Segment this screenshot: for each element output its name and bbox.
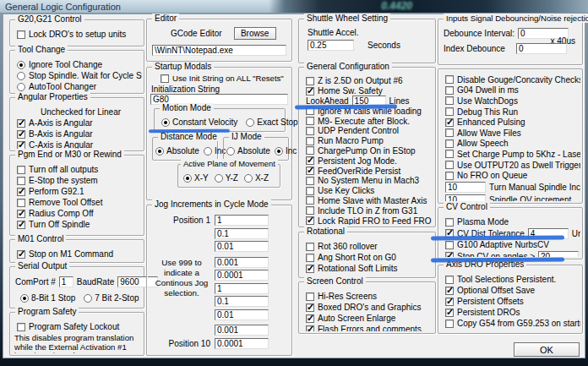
checkbox-tool-selections-persistent[interactable]: Tool Selections Persistent. bbox=[440, 274, 580, 285]
checkbox-radius-comp-off[interactable]: Radius Comp Off bbox=[12, 208, 142, 219]
checkbox-z-is-2-5d-on-output-6[interactable]: Z is 2.5D on Output #6 bbox=[301, 76, 433, 86]
checkbox-set-charge-pump-to-5khz-laser-stndby[interactable]: Set Charge Pump to 5Khz - Laser Stndby bbox=[440, 149, 580, 160]
checkbox-allow-speech[interactable]: Allow Speech bbox=[440, 139, 580, 150]
jog-increment-input-4[interactable] bbox=[215, 257, 269, 268]
jog-increment-input-8[interactable] bbox=[215, 309, 269, 320]
checkbox-use-watchdogs[interactable]: Use WatchDogs bbox=[440, 96, 580, 107]
label: Debug This Run bbox=[457, 107, 518, 117]
jog-increment-input-10[interactable] bbox=[215, 338, 269, 349]
radio-y-z[interactable]: Y-Z bbox=[215, 173, 238, 183]
radio-constant-velocity[interactable]: Constant Velocity bbox=[161, 117, 237, 127]
gcode-editor-path-input[interactable] bbox=[152, 45, 286, 56]
checkbox-perform-g92-1[interactable]: Perform G92.1 bbox=[12, 186, 142, 197]
group-title: Tool Change bbox=[15, 45, 68, 54]
radio-x-z[interactable]: X-Z bbox=[244, 173, 269, 183]
checkbox-persistent-jog-mode[interactable]: Persistent Jog Mode. bbox=[301, 156, 433, 166]
checkbox-g04-dwell-in-ms[interactable]: G04 Dwell in ms bbox=[440, 85, 580, 96]
jog-increment-input-2[interactable] bbox=[215, 228, 269, 239]
checkbox-lock-rapid-fro-to-feed-fro[interactable]: Lock Rapid FRO to Feed FRO bbox=[301, 216, 433, 225]
checkbox-chargepump-on-in-estop[interactable]: ChargePump On in EStop bbox=[301, 146, 433, 156]
input-stop-cv-on-angles[interactable] bbox=[538, 251, 579, 258]
jog-increment-input-9[interactable] bbox=[215, 325, 269, 336]
radio-inc[interactable]: Inc bbox=[275, 146, 297, 156]
shuttle-accel-input[interactable] bbox=[308, 40, 354, 51]
checkbox-optional-offset-save[interactable]: Optional Offset Save bbox=[440, 285, 580, 296]
checkbox-turn-off-spindle[interactable]: Turn Off Spindle bbox=[12, 219, 142, 230]
jog-increment-input-7[interactable] bbox=[215, 296, 269, 307]
checkbox-box bbox=[306, 167, 314, 175]
jog-increment-input-5[interactable] bbox=[215, 270, 269, 281]
checkbox-home-slave-with-master-axis[interactable]: Home Slave with Master Axis bbox=[301, 196, 433, 206]
checkbox-g100-adaptive-nurbscv[interactable]: G100 Adaptive NurbsCV bbox=[440, 239, 580, 250]
checkbox-turn-off-all-outputs[interactable]: Turn off all outputs bbox=[12, 164, 142, 175]
radio-stop-spindle-wait-for-cycle-start[interactable]: Stop Spindle. Wait for Cycle Start. bbox=[12, 70, 142, 81]
radio-autotool-changer[interactable]: AutoTool Changer bbox=[12, 81, 142, 91]
checkbox-hi-res-screens[interactable]: Hi-Res Screens bbox=[301, 291, 433, 302]
checkbox-enhanced-pulsing[interactable]: Enhanced Pulsing bbox=[440, 117, 580, 128]
checkbox-boxed-dro-s-and-graphics[interactable]: Boxed DRO's and Graphics bbox=[301, 302, 433, 313]
label: Lock Rapid FRO to Feed FRO bbox=[318, 216, 432, 225]
checkbox-box bbox=[445, 172, 454, 180]
radio-absolute[interactable]: Absolute bbox=[226, 146, 270, 156]
radio-exact-stop[interactable]: Exact Stop bbox=[246, 117, 297, 127]
checkbox-debug-this-run[interactable]: Debug This Run bbox=[440, 107, 580, 117]
radio-dot bbox=[204, 147, 212, 156]
jog-increment-input-1[interactable] bbox=[215, 215, 269, 226]
label: Home Slave with Master Axis bbox=[318, 196, 427, 205]
checkbox-box bbox=[17, 177, 25, 185]
checkbox-plasma-mode[interactable]: Plasma Mode bbox=[440, 216, 580, 227]
checkbox-rotational-soft-limits[interactable]: Rotational Soft Limits bbox=[301, 263, 433, 274]
label: Absolute bbox=[166, 146, 199, 156]
checkbox-copy-g54-from-g59-253-on-startup[interactable]: Copy G54 from G59.253 on startup bbox=[440, 318, 580, 329]
checkbox-stop-on-m1-command[interactable]: Stop on M1 Command bbox=[12, 249, 142, 259]
checkbox-no-system-menu-in-mach3[interactable]: No System Menu in Mach3 bbox=[301, 176, 433, 186]
checkbox-rot-360-rollover[interactable]: Rot 360 rollover bbox=[301, 241, 433, 252]
shuttle-unit-label: Seconds bbox=[368, 41, 400, 50]
pgm-end-group: Pgm End or M30 or Rewind Turn off all ou… bbox=[9, 155, 144, 236]
browse-button[interactable]: Browse bbox=[234, 27, 276, 40]
radio-ignore-tool-change[interactable]: Ignore Tool Change bbox=[12, 59, 142, 70]
index-debounce-input[interactable] bbox=[516, 43, 567, 54]
input-turn-manual-spindle-incr[interactable] bbox=[445, 182, 486, 193]
checkbox-c-axis-is-angular[interactable]: C-Axis is Angular bbox=[12, 139, 142, 149]
checkbox-disable-gouge-concavity-checks[interactable]: Disable Gouge/Concavity Checks bbox=[440, 74, 580, 85]
jog-increment-input-6[interactable] bbox=[215, 283, 269, 294]
checkbox-a-axis-is-angular[interactable]: A-Axis is Angular bbox=[12, 117, 142, 128]
group-title: CV Control bbox=[444, 202, 490, 211]
jog-position-label: Position 1 bbox=[152, 216, 215, 225]
checkbox-b-axis-is-angular[interactable]: B-Axis is Angular bbox=[12, 128, 142, 139]
checkbox-allow-wave-files[interactable]: Allow Wave Files bbox=[440, 128, 580, 139]
checkbox-remove-tool-offset[interactable]: Remove Tool Offset bbox=[12, 197, 142, 208]
radio-absolute[interactable]: Absolute bbox=[155, 146, 199, 156]
checkbox-m9-execute-after-block[interactable]: M9- Execute after Block. bbox=[301, 116, 433, 126]
checkbox-run-macro-pump[interactable]: Run Macro Pump bbox=[301, 136, 433, 146]
checkbox-udp-pendent-control[interactable]: UDP Pendent Control bbox=[301, 126, 433, 136]
checkbox-use-init-string[interactable]: Use Init String on ALL "Resets" bbox=[161, 74, 284, 83]
checkbox-flash-errors-and-comments[interactable]: Flash Errors and comments. bbox=[301, 324, 433, 331]
checkbox-auto-screen-enlarge[interactable]: Auto Screen Enlarge bbox=[301, 313, 433, 324]
checkbox-ang-short-rot-on-g0[interactable]: Ang Short Rot on G0 bbox=[301, 252, 433, 263]
checkbox-program-safety-lockout[interactable]: Program Safety Lockout bbox=[12, 321, 142, 332]
radio-7-bit-2-stop[interactable]: 7 Bit 2-Stop bbox=[84, 293, 139, 303]
radio-x-y[interactable]: X-Y bbox=[183, 173, 209, 183]
checkbox-use-key-clicks[interactable]: Use Key Clicks bbox=[301, 186, 433, 196]
jog-increment-input-3[interactable] bbox=[215, 241, 269, 252]
checkbox-no-fro-on-queue[interactable]: No FRO on Queue bbox=[440, 170, 580, 181]
input-spindle-ov-increment[interactable] bbox=[445, 194, 486, 201]
checkbox-include-tlo-in-z-from-g31[interactable]: Include TLO in Z from G31 bbox=[301, 205, 433, 216]
checkbox-e-stop-the-system[interactable]: E-Stop the system bbox=[12, 175, 142, 186]
checkbox-use-output20-as-dwell-trigger[interactable]: Use OUTPUT20 as Dwell Trigger bbox=[440, 160, 580, 171]
comport-input[interactable] bbox=[59, 276, 74, 287]
checkbox-box bbox=[306, 303, 314, 312]
label: Disable Gouge/Concavity Checks bbox=[457, 75, 580, 85]
ok-button[interactable]: OK bbox=[514, 342, 580, 357]
checkbox-home-sw-safety[interactable]: Home Sw. Safety bbox=[301, 86, 433, 96]
checkbox-lock-dro-s-to-setup-units[interactable]: Lock DRO's to setup units bbox=[12, 29, 142, 40]
checkbox-box bbox=[17, 130, 25, 139]
checkbox-persistent-dros[interactable]: Persistent DROs bbox=[440, 307, 580, 318]
checkbox-persistent-offsets[interactable]: Persistent Offsets bbox=[440, 296, 580, 307]
checkbox-stop-cv-on-angles[interactable]: Stop CV on angles >Degrees bbox=[440, 250, 580, 257]
radio-8-bit-1-stop[interactable]: 8-Bit 1 Stop bbox=[20, 293, 75, 303]
checkbox-feedoverride-persist[interactable]: FeedOverRide Persist bbox=[301, 166, 433, 176]
window-titlebar[interactable]: General Logic Configuration 0.4420 bbox=[0, 0, 588, 14]
